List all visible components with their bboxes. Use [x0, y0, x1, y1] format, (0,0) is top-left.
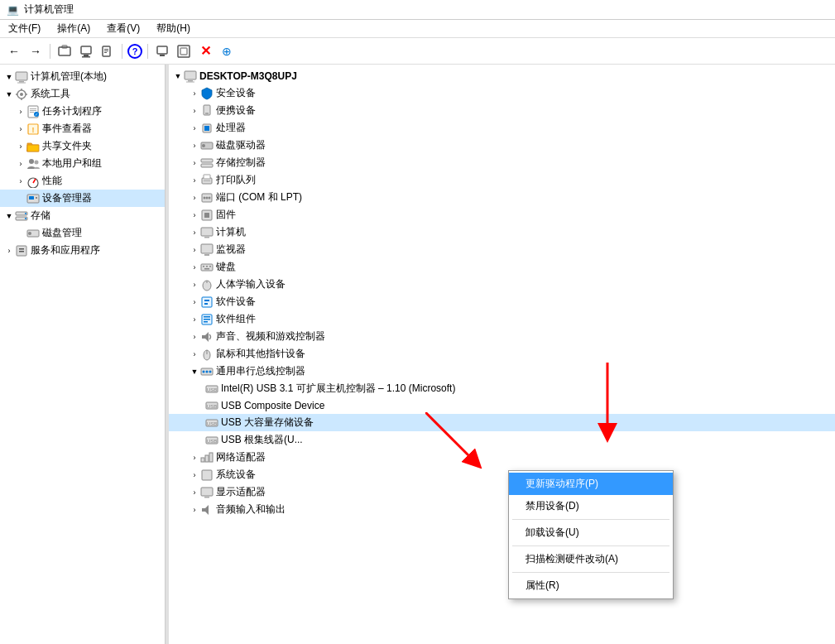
left-item-device-manager[interactable]: 设备管理器: [0, 190, 165, 207]
left-item-performance[interactable]: › 性能: [0, 172, 165, 190]
right-item-network[interactable]: › 网络适配器: [169, 449, 835, 466]
ctx-scan-hardware[interactable]: 扫描检测硬件改动(A): [509, 548, 673, 570]
right-item-usb-mass-storage[interactable]: USB USB 大容量存储设备: [169, 414, 835, 431]
storage-label: 存储: [31, 209, 50, 223]
ctx-update-driver[interactable]: 更新驱动程序(P): [509, 473, 673, 495]
right-item-computer[interactable]: › 计算机: [169, 223, 835, 241]
ctx-separator-3: [512, 572, 669, 573]
right-item-sw-components[interactable]: › 软件组件: [169, 310, 835, 328]
left-item-storage[interactable]: ▼ 存储: [0, 207, 165, 224]
right-item-security[interactable]: › 安全设备: [169, 84, 835, 102]
right-item-intel-usb[interactable]: USB Intel(R) USB 3.1 可扩展主机控制器 – 1.10 (Mi…: [169, 380, 835, 397]
toolbar-separator-3: [147, 44, 148, 59]
menu-item-文件F[interactable]: 文件(F): [5, 21, 44, 36]
left-item-event-viewer[interactable]: › ! 事件查看器: [0, 120, 165, 137]
right-item-monitor[interactable]: › 监视器: [169, 241, 835, 258]
services-icon: [15, 244, 28, 257]
right-item-firmware[interactable]: › 固件: [169, 206, 835, 223]
left-item-system-tools[interactable]: ▼ 系统工具: [0, 85, 165, 103]
svg-rect-59: [204, 180, 210, 181]
right-item-usb-hub[interactable]: USB USB 根集线器(U...: [169, 431, 835, 449]
svg-text:USB: USB: [207, 387, 217, 392]
svg-rect-81: [204, 316, 210, 318]
right-item-sw-devices[interactable]: › 软件设备: [169, 293, 835, 310]
task-scheduler-label: 任务计划程序: [42, 104, 102, 118]
expand-disk: [15, 228, 26, 239]
right-item-mouse[interactable]: › 鼠标和其他指针设备: [169, 345, 835, 363]
svg-rect-47: [188, 80, 193, 82]
toolbar: ← → ? ✕ ⊕: [0, 38, 835, 65]
toolbar-btn-2[interactable]: [77, 42, 95, 60]
svg-point-40: [25, 218, 26, 219]
left-tree-root[interactable]: ▼ 计算机管理(本地): [0, 68, 165, 85]
forward-button[interactable]: →: [26, 42, 45, 60]
left-item-local-users[interactable]: › 本地用户和组: [0, 155, 165, 172]
svg-rect-55: [201, 159, 213, 162]
toolbar-btn-1[interactable]: [55, 42, 74, 60]
delete-button[interactable]: ✕: [196, 42, 214, 60]
ctx-disable-device[interactable]: 禁用设备(D): [509, 495, 673, 517]
svg-rect-3: [84, 55, 89, 56]
left-item-disk-mgmt[interactable]: 磁盘管理: [0, 224, 165, 242]
back-button[interactable]: ←: [5, 42, 23, 60]
right-item-portable[interactable]: › 便携设备: [169, 102, 835, 119]
right-item-hid[interactable]: › 人体学输入设备: [169, 276, 835, 293]
context-menu: 更新驱动程序(P) 禁用设备(D) 卸载设备(U) 扫描检测硬件改动(A) 属性…: [508, 470, 674, 599]
svg-rect-69: [204, 254, 209, 256]
toolbar-btn-3[interactable]: [98, 42, 117, 60]
right-item-storage-ctrl[interactable]: › 存储控制器: [169, 154, 835, 171]
svg-rect-104: [204, 497, 209, 498]
svg-point-17: [20, 93, 23, 96]
right-item-print-queue[interactable]: › 打印队列: [169, 171, 835, 189]
svg-rect-71: [203, 266, 204, 267]
right-item-display[interactable]: › 显示适配器: [169, 483, 835, 501]
services-label: 服务和应用程序: [31, 243, 100, 257]
svg-rect-50: [205, 113, 209, 114]
svg-rect-36: [36, 197, 37, 199]
folder-icon: [26, 140, 40, 153]
left-panel[interactable]: ▼ 计算机管理(本地) ▼ 系统工具 › ✓ 任务计划程序 › ! 事: [0, 65, 166, 644]
menu-item-操作A[interactable]: 操作(A): [54, 21, 94, 36]
right-item-sound[interactable]: › 声音、视频和游戏控制器: [169, 328, 835, 345]
ctx-properties[interactable]: 属性(R): [509, 574, 673, 597]
svg-point-89: [206, 370, 209, 372]
svg-point-30: [29, 159, 34, 164]
svg-rect-73: [209, 266, 211, 267]
svg-point-42: [28, 232, 31, 235]
right-tree-root[interactable]: ▼ DESKTOP-M3Q8UPJ: [169, 68, 835, 84]
menu-item-查看V[interactable]: 查看(V): [103, 21, 143, 36]
svg-rect-101: [209, 453, 213, 462]
left-item-task-scheduler[interactable]: › ✓ 任务计划程序: [0, 103, 165, 120]
help-button[interactable]: ?: [127, 44, 142, 59]
toolbar-btn-4[interactable]: [153, 42, 171, 60]
svg-point-31: [35, 160, 39, 164]
expand-root-right: ▼: [172, 70, 184, 82]
svg-rect-46: [185, 71, 196, 79]
toolbar-btn-5[interactable]: [175, 42, 193, 60]
left-item-shared-folders[interactable]: › 共享文件夹: [0, 137, 165, 155]
svg-marker-84: [202, 332, 209, 342]
right-item-audio[interactable]: › 音频输入和输出: [169, 501, 835, 518]
left-item-services[interactable]: › 服务和应用程序: [0, 242, 165, 259]
right-item-usb-composite[interactable]: USB USB Composite Device: [169, 397, 835, 414]
users-icon: [26, 157, 40, 171]
svg-text:USB: USB: [207, 439, 217, 444]
right-item-keyboard[interactable]: › 键盘: [169, 258, 835, 276]
right-item-ports[interactable]: › 端口 (COM 和 LPT): [169, 189, 835, 206]
right-item-usb-ctrl[interactable]: ▼ 通用串行总线控制器: [169, 363, 835, 380]
disk-icon: [26, 227, 40, 240]
right-panel[interactable]: ▼ DESKTOP-M3Q8UPJ › 安全设备 › 便携设备 › 处理器 › …: [169, 65, 835, 644]
performance-label: 性能: [42, 174, 62, 188]
ctx-uninstall-device[interactable]: 卸载设备(U): [509, 521, 673, 544]
svg-rect-70: [201, 264, 213, 271]
right-item-disk-drives[interactable]: › 磁盘驱动器: [169, 137, 835, 154]
svg-point-88: [203, 370, 205, 372]
svg-rect-66: [201, 228, 213, 236]
device-manager-label: 设备管理器: [42, 191, 92, 205]
right-item-processor[interactable]: › 处理器: [169, 119, 835, 137]
right-item-system[interactable]: › 系统设备: [169, 466, 835, 483]
refresh-button[interactable]: ⊕: [218, 42, 236, 60]
event-icon: !: [26, 123, 40, 136]
menu-item-帮助H[interactable]: 帮助(H): [153, 21, 194, 36]
svg-rect-45: [19, 251, 24, 252]
